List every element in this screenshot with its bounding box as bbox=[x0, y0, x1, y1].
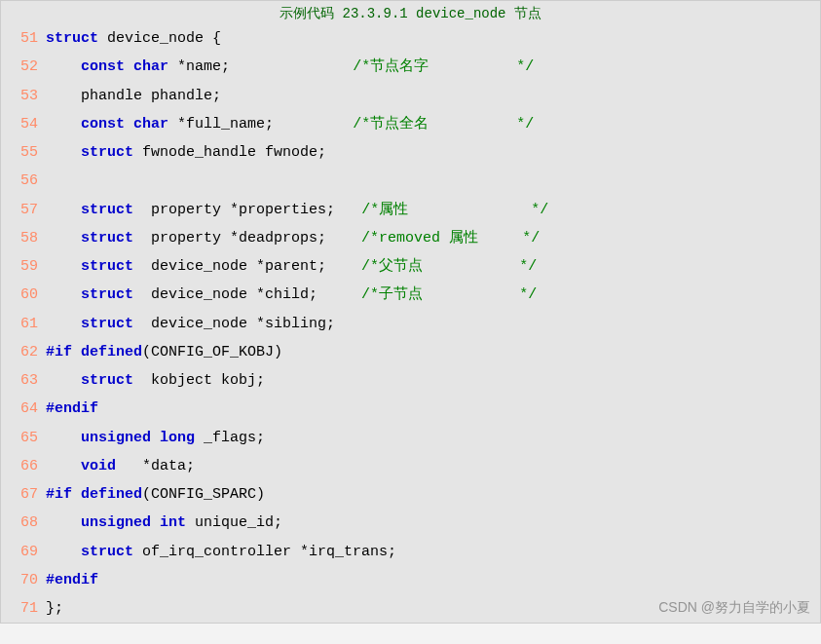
line-code: struct device_node *sibling; bbox=[46, 310, 820, 338]
code-line: 65 unsigned long _flags; bbox=[1, 424, 820, 452]
comment: /*属性 */ bbox=[361, 202, 548, 218]
line-code: }; bbox=[46, 594, 820, 623]
code-line: 55 struct fwnode_handle fwnode; bbox=[1, 138, 820, 167]
line-number: 57 bbox=[1, 196, 46, 224]
code-line: 53 phandle phandle; bbox=[1, 82, 820, 110]
line-code: struct of_irq_controller *irq_trans; bbox=[46, 538, 820, 566]
line-code: const char *full_name; /*节点全名 */ bbox=[46, 110, 820, 138]
line-number: 67 bbox=[1, 480, 46, 509]
listing-title: 示例代码 23.3.9.1 device_node 节点 bbox=[1, 1, 820, 24]
code-line: 67#if defined(CONFIG_SPARC) bbox=[1, 480, 820, 509]
line-number: 62 bbox=[1, 338, 46, 366]
line-number: 63 bbox=[1, 366, 46, 395]
line-code: struct property *properties; /*属性 */ bbox=[46, 196, 820, 224]
code-line: 64#endif bbox=[1, 395, 820, 423]
line-number: 64 bbox=[1, 395, 46, 423]
line-number: 52 bbox=[1, 53, 46, 81]
line-number: 53 bbox=[1, 82, 46, 110]
code-line: 51struct device_node { bbox=[1, 24, 820, 53]
line-code: #if defined(CONFIG_OF_KOBJ) bbox=[46, 338, 820, 366]
line-code: phandle phandle; bbox=[46, 82, 820, 110]
line-number: 59 bbox=[1, 252, 46, 281]
code-line: 68 unsigned int unique_id; bbox=[1, 509, 820, 537]
comment: /*节点全名 */ bbox=[353, 116, 534, 133]
code-line: 69 struct of_irq_controller *irq_trans; bbox=[1, 538, 820, 566]
code-listing: 示例代码 23.3.9.1 device_node 节点 51struct de… bbox=[0, 0, 821, 624]
code-line: 52 const char *name; /*节点名字 */ bbox=[1, 53, 820, 81]
code-line: 56 bbox=[1, 167, 820, 195]
code-line: 59 struct device_node *parent; /*父节点 */ bbox=[1, 252, 820, 281]
code-lines: 51struct device_node {52 const char *nam… bbox=[1, 24, 820, 623]
line-code: struct device_node *child; /*子节点 */ bbox=[46, 281, 820, 309]
code-line: 60 struct device_node *child; /*子节点 */ bbox=[1, 281, 820, 309]
line-code: unsigned long _flags; bbox=[46, 424, 820, 452]
line-number: 56 bbox=[1, 167, 46, 195]
comment: /*removed 属性 */ bbox=[361, 230, 540, 246]
code-line: 63 struct kobject kobj; bbox=[1, 366, 820, 395]
line-number: 55 bbox=[1, 138, 46, 167]
line-number: 68 bbox=[1, 509, 46, 537]
line-code: struct device_node *parent; /*父节点 */ bbox=[46, 252, 820, 281]
line-code: #endif bbox=[46, 566, 820, 594]
line-code: struct fwnode_handle fwnode; bbox=[46, 138, 820, 167]
line-code: unsigned int unique_id; bbox=[46, 509, 820, 537]
code-line: 62#if defined(CONFIG_OF_KOBJ) bbox=[1, 338, 820, 366]
line-code: #endif bbox=[46, 395, 820, 423]
comment: /*父节点 */ bbox=[361, 258, 537, 275]
line-code: const char *name; /*节点名字 */ bbox=[46, 53, 820, 81]
comment: /*子节点 */ bbox=[361, 286, 537, 303]
line-number: 51 bbox=[1, 24, 46, 53]
code-line: 71}; bbox=[1, 594, 820, 623]
line-code: #if defined(CONFIG_SPARC) bbox=[46, 480, 820, 509]
line-code: struct kobject kobj; bbox=[46, 366, 820, 395]
code-line: 54 const char *full_name; /*节点全名 */ bbox=[1, 110, 820, 138]
line-number: 69 bbox=[1, 538, 46, 566]
line-number: 65 bbox=[1, 424, 46, 452]
code-line: 57 struct property *properties; /*属性 */ bbox=[1, 196, 820, 224]
line-number: 58 bbox=[1, 224, 46, 252]
line-code: struct property *deadprops; /*removed 属性… bbox=[46, 224, 820, 252]
code-line: 66 void *data; bbox=[1, 452, 820, 480]
line-number: 61 bbox=[1, 310, 46, 338]
line-number: 60 bbox=[1, 281, 46, 309]
line-number: 54 bbox=[1, 110, 46, 138]
line-code: void *data; bbox=[46, 452, 820, 480]
line-number: 71 bbox=[1, 594, 46, 623]
line-number: 70 bbox=[1, 566, 46, 594]
code-line: 61 struct device_node *sibling; bbox=[1, 310, 820, 338]
line-code: struct device_node { bbox=[46, 24, 820, 53]
comment: /*节点名字 */ bbox=[353, 58, 534, 75]
code-line: 58 struct property *deadprops; /*removed… bbox=[1, 224, 820, 252]
code-line: 70#endif bbox=[1, 566, 820, 594]
line-number: 66 bbox=[1, 452, 46, 480]
